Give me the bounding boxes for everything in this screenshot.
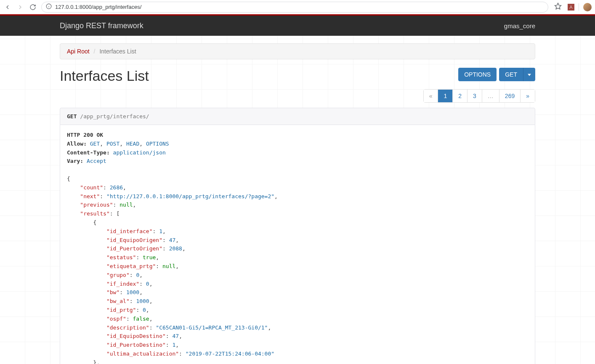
request-info: GET /app_prtg/interfaces/ — [60, 108, 535, 125]
chrome-divider — [579, 3, 579, 11]
pagination-page-2[interactable]: 2 — [453, 90, 467, 102]
page-title: Interfaces List — [60, 68, 149, 84]
response-info: HTTP 200 OK Allow: GET, POST, HEAD, OPTI… — [60, 125, 535, 364]
browser-back-button[interactable] — [3, 3, 12, 11]
svg-marker-4 — [528, 74, 531, 76]
navbar: Django REST framework gmas_core — [0, 16, 595, 36]
pagination-page-269[interactable]: 269 — [499, 90, 520, 102]
browser-forward-button[interactable] — [16, 3, 24, 11]
pagination-page-1[interactable]: 1 — [438, 90, 452, 102]
pagination: «123…269» — [424, 89, 535, 103]
pagination-page-…: … — [482, 90, 499, 102]
breadcrumb-sep: / — [91, 48, 98, 55]
info-icon[interactable] — [46, 3, 52, 11]
navbar-user[interactable]: gmas_core — [504, 22, 535, 29]
browser-url-bar[interactable]: 127.0.0.1:8000/app_prtg/interfaces/ — [41, 2, 548, 13]
navbar-brand[interactable]: Django REST framework — [60, 21, 143, 30]
request-method: GET — [67, 113, 77, 120]
options-button[interactable]: OPTIONS — [458, 68, 497, 81]
pagination-page-3[interactable]: 3 — [468, 90, 482, 102]
pdf-extension-icon[interactable]: 人 — [568, 4, 574, 11]
pagination-prev: « — [424, 90, 438, 102]
svg-marker-3 — [555, 3, 561, 9]
url-text: 127.0.0.1:8000/app_prtg/interfaces/ — [55, 4, 141, 10]
breadcrumb-root-link[interactable]: Api Root — [67, 48, 90, 55]
browser-reload-button[interactable] — [29, 3, 37, 11]
profile-avatar[interactable] — [583, 3, 592, 11]
get-button[interactable]: GET — [499, 68, 523, 81]
action-buttons: OPTIONS GET — [458, 68, 535, 81]
breadcrumb-current: Interfaces List — [99, 48, 136, 55]
get-dropdown-caret[interactable] — [523, 68, 535, 81]
bookmark-star-icon[interactable] — [554, 3, 562, 12]
pagination-next[interactable]: » — [521, 90, 535, 102]
request-path: /app_prtg/interfaces/ — [80, 113, 149, 120]
breadcrumb: Api Root / Interfaces List — [60, 43, 535, 59]
page-content: Api Root / Interfaces List Interfaces Li… — [0, 36, 595, 364]
browser-toolbar: 127.0.0.1:8000/app_prtg/interfaces/ 人 — [0, 0, 595, 14]
